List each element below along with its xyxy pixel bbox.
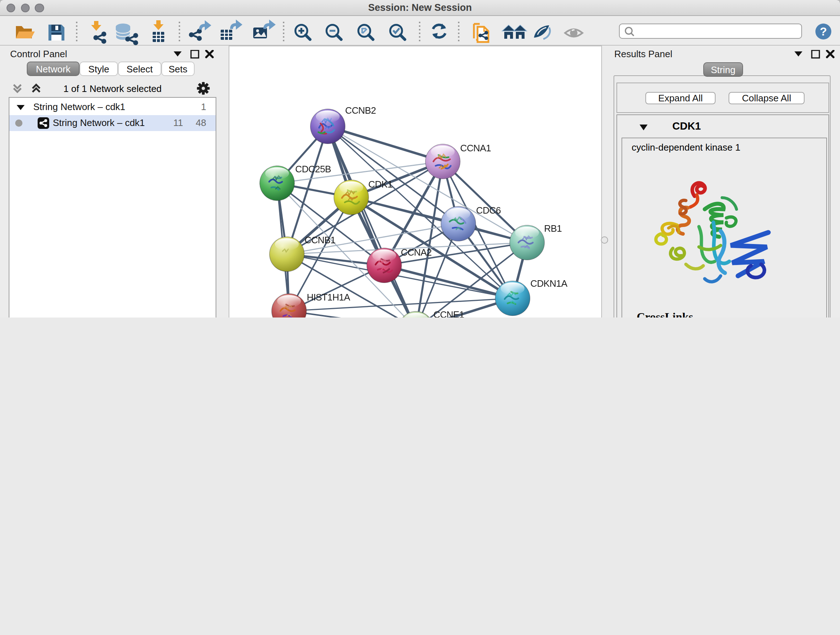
svg-text:CDC25B: CDC25B [295, 164, 331, 174]
svg-text:CCNE1: CCNE1 [433, 309, 464, 318]
svg-text:CDK1: CDK1 [368, 179, 393, 190]
svg-text:CDC6: CDC6 [476, 205, 501, 216]
svg-text:CCNB2: CCNB2 [345, 105, 376, 116]
svg-text:CCNA2: CCNA2 [401, 247, 431, 258]
svg-text:CDKN1A: CDKN1A [531, 278, 568, 289]
svg-text:CCNA1: CCNA1 [460, 143, 491, 154]
svg-text:HIST1H1A: HIST1H1A [307, 292, 351, 302]
svg-text:?: ? [820, 25, 827, 38]
svg-text:RB1: RB1 [544, 223, 562, 234]
svg-text:CCNB1: CCNB1 [305, 234, 335, 245]
